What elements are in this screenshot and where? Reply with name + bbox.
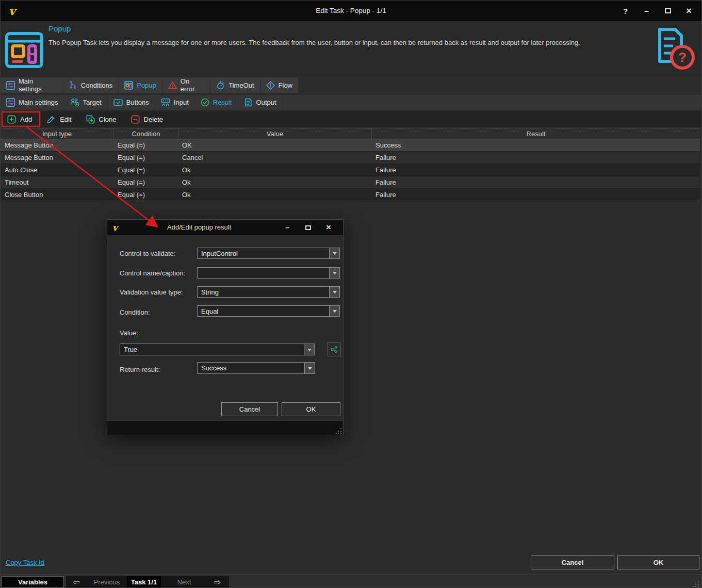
- selected-value: True: [120, 344, 304, 355]
- cell-value: Cancel: [178, 152, 371, 164]
- cell-result: Failure: [371, 176, 700, 188]
- tab-buttons[interactable]: Buttons: [108, 95, 155, 110]
- tab-on-error[interactable]: On error: [162, 77, 210, 93]
- tab-output[interactable]: Output: [238, 95, 283, 110]
- tab-label: Flow: [279, 81, 292, 89]
- table-row[interactable]: Message Button Equal (=) OK Success: [1, 139, 700, 152]
- tab-label: Buttons: [126, 99, 149, 106]
- window-resize-grip[interactable]: [693, 581, 699, 587]
- resize-grip[interactable]: [336, 428, 342, 434]
- tab-label: TimeOut: [228, 81, 254, 89]
- primary-tab-bar: Main settings Conditions Popup On error …: [1, 77, 299, 93]
- cell-condition: Equal (=): [113, 152, 178, 164]
- task-navigation: ⇦ Previous Task 1/1 Next ⇨: [66, 576, 229, 587]
- tab-main-settings-2[interactable]: Main settings: [1, 95, 64, 110]
- task-counter: Task 1/1: [127, 576, 161, 587]
- next-arrow-icon[interactable]: ⇨: [207, 576, 228, 587]
- chevron-down-icon[interactable]: [304, 344, 314, 355]
- tab-label: Popup: [137, 81, 156, 89]
- chevron-down-icon[interactable]: [329, 306, 339, 316]
- condition-select[interactable]: Equal: [197, 305, 340, 317]
- copy-task-id-link[interactable]: Copy Task Id: [6, 559, 44, 566]
- share-nodes-icon: [330, 346, 338, 353]
- selected-value: String: [198, 287, 329, 297]
- chevron-down-icon[interactable]: [329, 268, 339, 278]
- column-header-value[interactable]: Value: [178, 128, 371, 139]
- title-bar: v Edit Task - Popup - 1/1 ? − ×: [1, 1, 701, 21]
- help-button[interactable]: ?: [615, 1, 636, 21]
- secondary-tab-bar: Main settings Target Buttons Input Resul…: [1, 95, 701, 110]
- table-row[interactable]: Close Button Equal (=) Ok Failure: [1, 189, 700, 201]
- tab-label: Conditions: [81, 81, 112, 89]
- validation-value-type-select[interactable]: String: [197, 286, 340, 298]
- close-button[interactable]: ×: [678, 1, 699, 21]
- documentation-help-icon[interactable]: ?: [652, 25, 696, 72]
- tab-flow[interactable]: Flow: [260, 77, 299, 93]
- checkbox-icon: [113, 98, 123, 107]
- chevron-down-icon[interactable]: [329, 248, 339, 258]
- delete-button[interactable]: Delete: [124, 115, 171, 124]
- dialog-minimize-button[interactable]: −: [277, 220, 298, 235]
- cell-value: Ok: [178, 176, 371, 188]
- previous-task-button[interactable]: Previous: [87, 576, 127, 587]
- cell-condition: Equal (=): [113, 176, 178, 188]
- value-select[interactable]: True: [120, 344, 315, 355]
- dialog-title: Add/Edit popup result: [167, 220, 231, 235]
- next-task-button[interactable]: Next: [161, 576, 207, 587]
- cell-condition: Equal (=): [113, 139, 178, 151]
- variables-button[interactable]: Variables: [2, 576, 64, 587]
- tab-timeout[interactable]: TimeOut: [210, 77, 260, 93]
- minimize-button[interactable]: −: [636, 1, 657, 21]
- column-header-input-type[interactable]: Input type: [1, 128, 113, 139]
- cell-input-type: Timeout: [1, 176, 113, 188]
- variable-picker-button[interactable]: [327, 342, 341, 356]
- selected-value: Success: [198, 363, 304, 373]
- dialog-cancel-button[interactable]: Cancel: [221, 402, 278, 416]
- dialog-ok-button[interactable]: OK: [282, 402, 340, 416]
- tool-label: Add: [20, 116, 32, 123]
- column-header-condition[interactable]: Condition: [113, 128, 178, 139]
- tab-input[interactable]: Input: [155, 95, 195, 110]
- cell-value: Ok: [178, 189, 371, 201]
- tab-conditions[interactable]: Conditions: [63, 77, 119, 93]
- dialog-title-bar: v Add/Edit popup result − ×: [107, 220, 343, 235]
- tab-label: Output: [256, 99, 276, 106]
- chevron-down-icon[interactable]: [329, 287, 339, 297]
- dialog-close-button[interactable]: ×: [318, 220, 339, 235]
- tab-result[interactable]: Result: [195, 95, 238, 110]
- previous-arrow-icon[interactable]: ⇦: [66, 576, 87, 587]
- table-row[interactable]: Message Button Equal (=) Cancel Failure: [1, 152, 700, 164]
- control-to-validate-select[interactable]: InputControl: [197, 248, 340, 259]
- validation-value-type-label: Validation value type:: [120, 288, 183, 296]
- popup-icon: [124, 81, 133, 90]
- selected-value: [198, 268, 329, 278]
- flow-diamond-icon: [266, 81, 275, 90]
- sliders-icon: [6, 98, 15, 107]
- tool-label: Clone: [99, 116, 117, 123]
- input-form-icon: [161, 98, 170, 107]
- table-row[interactable]: Auto Close Equal (=) Ok Failure: [1, 164, 700, 176]
- add-edit-popup-result-dialog: v Add/Edit popup result − × Control to v…: [107, 219, 344, 434]
- chevron-down-icon[interactable]: [304, 363, 315, 373]
- return-result-select[interactable]: Success: [197, 362, 315, 374]
- edit-button[interactable]: Edit: [39, 115, 78, 124]
- check-circle-icon: [201, 98, 209, 107]
- pencil-icon: [46, 115, 56, 124]
- ok-button[interactable]: OK: [617, 556, 699, 569]
- control-name-select[interactable]: [197, 267, 340, 279]
- cancel-button[interactable]: Cancel: [531, 556, 614, 569]
- maximize-button[interactable]: [657, 1, 678, 21]
- tab-main-settings[interactable]: Main settings: [1, 77, 63, 93]
- column-header-result[interactable]: Result: [371, 128, 700, 139]
- control-name-label: Control name/caption:: [120, 269, 185, 277]
- tab-target[interactable]: Target: [64, 95, 108, 110]
- cell-result: Failure: [371, 189, 700, 201]
- dialog-maximize-button[interactable]: [298, 220, 318, 235]
- cell-input-type: Message Button: [1, 152, 113, 164]
- cell-input-type: Close Button: [1, 189, 113, 201]
- task-header: Popup The Popup Task lets you display a …: [1, 21, 701, 76]
- add-button[interactable]: Add: [1, 115, 39, 124]
- tab-popup[interactable]: Popup: [119, 77, 162, 93]
- table-row[interactable]: Timeout Equal (=) Ok Failure: [1, 176, 700, 189]
- clone-button[interactable]: Clone: [79, 115, 124, 124]
